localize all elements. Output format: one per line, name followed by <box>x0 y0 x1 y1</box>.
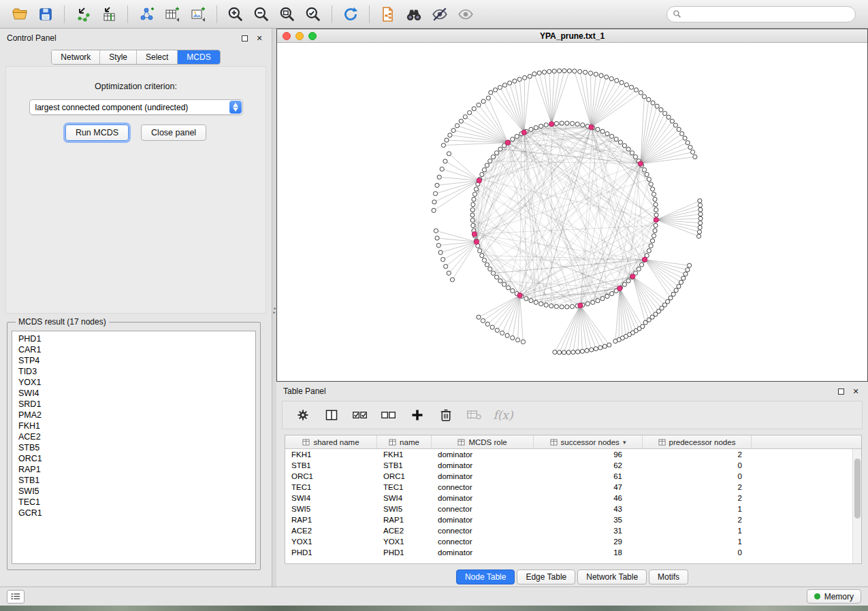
network-canvas[interactable] <box>277 43 867 381</box>
unchecked-boxes-icon <box>381 409 396 421</box>
mcds-result-item[interactable]: STB5 <box>18 442 255 453</box>
table-cell: 2 <box>643 483 752 491</box>
table-row[interactable]: YOX1YOX1connector291 <box>285 536 852 547</box>
window-minimize-icon[interactable] <box>295 32 304 40</box>
mcds-result-item[interactable]: TID3 <box>18 366 255 377</box>
window-close-icon[interactable] <box>283 32 291 40</box>
mcds-result-item[interactable]: FKH1 <box>18 420 255 431</box>
zoom-selected-button[interactable] <box>300 3 326 26</box>
table-cell: connector <box>432 527 534 535</box>
import-table-button[interactable] <box>96 3 122 26</box>
desktop-wallpaper-strip <box>0 606 868 611</box>
table-cell: 43 <box>534 505 643 513</box>
select-all-rows-button[interactable] <box>351 406 370 425</box>
tab-network[interactable]: Network <box>52 50 100 64</box>
cytoscape-window: Control Panel ✕ Network Style Select MCD… <box>0 0 868 611</box>
memory-button[interactable]: Memory <box>807 589 861 604</box>
column-type-icon <box>302 439 310 446</box>
tab-select[interactable]: Select <box>137 50 178 64</box>
table-row[interactable]: SWI5SWI5connector431 <box>285 503 852 514</box>
float-panel-icon[interactable] <box>239 33 250 44</box>
export-image-button[interactable] <box>185 3 211 26</box>
criterion-dropdown[interactable]: largest connected component (undirected) <box>29 99 243 115</box>
mcds-result-list[interactable]: PHD1CAR1STP4TID3YOX1SWI4SRD1PMA2FKH1ACE2… <box>12 331 256 564</box>
sort-caret-icon[interactable]: ▾ <box>623 439 626 446</box>
column-header-successor-nodes[interactable]: successor nodes ▾ <box>534 435 643 448</box>
table-cell: 61 <box>534 472 643 480</box>
table-row[interactable]: STB1STB1dominator620 <box>285 460 852 471</box>
column-label: name <box>400 438 419 446</box>
show-columns-button[interactable] <box>322 406 341 425</box>
mcds-result-item[interactable]: ACE2 <box>18 431 255 442</box>
mcds-result-title: MCDS result (17 nodes) <box>16 317 109 327</box>
task-history-button[interactable] <box>7 590 25 604</box>
table-row[interactable]: SWI4SWI4dominator462 <box>285 493 852 503</box>
tab-motifs[interactable]: Motifs <box>649 569 688 584</box>
tab-mcds[interactable]: MCDS <box>178 50 219 64</box>
memory-status-icon <box>814 593 820 599</box>
tab-edge-table[interactable]: Edge Table <box>517 569 575 584</box>
network-nodes-icon <box>138 6 155 22</box>
mcds-result-item[interactable]: GCR1 <box>18 508 255 518</box>
tab-style[interactable]: Style <box>100 50 137 64</box>
table-row[interactable]: FKH1FKH1dominator962 <box>285 449 852 460</box>
table-settings-button[interactable] <box>293 406 312 425</box>
tab-network-table[interactable]: Network Table <box>577 569 647 584</box>
open-session-button[interactable] <box>7 3 33 26</box>
table-row[interactable]: ACE2ACE2connector311 <box>285 525 852 536</box>
table-row[interactable]: ORC1ORC1dominator610 <box>285 471 852 482</box>
close-panel-icon[interactable]: ✕ <box>850 386 861 397</box>
show-all-button[interactable] <box>453 3 479 26</box>
column-header-shared-name[interactable]: shared name <box>285 435 377 448</box>
close-panel-button[interactable]: Close panel <box>141 125 206 141</box>
search-input[interactable] <box>681 10 850 19</box>
float-panel-icon[interactable] <box>835 386 846 397</box>
folder-open-icon <box>12 6 28 22</box>
mcds-result-item[interactable]: STB1 <box>18 475 255 486</box>
mcds-result-item[interactable]: CAR1 <box>18 344 255 355</box>
table-row[interactable]: RAP1RAP1dominator352 <box>285 514 852 525</box>
table-scrollbar[interactable] <box>852 449 861 563</box>
add-column-button[interactable] <box>408 406 427 425</box>
mcds-result-item[interactable]: TEC1 <box>18 497 255 508</box>
zoom-fit-button[interactable] <box>274 3 300 26</box>
mcds-result-item[interactable]: SWI4 <box>18 388 255 399</box>
dropdown-stepper-icon <box>229 101 242 114</box>
hide-selected-button[interactable] <box>427 3 453 26</box>
mcds-result-item[interactable]: RAP1 <box>18 464 255 475</box>
mcds-result-item[interactable]: ORC1 <box>18 453 255 464</box>
scrollbar-thumb[interactable] <box>854 459 861 518</box>
table-cell: connector <box>432 538 534 546</box>
save-session-button[interactable] <box>33 3 59 26</box>
mcds-result-item[interactable]: YOX1 <box>18 377 255 388</box>
mcds-result-item[interactable]: SWI5 <box>18 486 255 497</box>
zoom-out-button[interactable] <box>248 3 274 26</box>
new-table-button[interactable] <box>159 3 185 26</box>
delete-column-button[interactable] <box>436 406 455 425</box>
close-panel-icon[interactable]: ✕ <box>254 33 265 44</box>
window-maximize-icon[interactable] <box>308 32 317 40</box>
mcds-result-item[interactable]: PHD1 <box>18 333 255 344</box>
main-toolbar <box>0 0 868 29</box>
apply-layout-button[interactable] <box>338 3 364 26</box>
tab-node-table[interactable]: Node Table <box>456 569 515 584</box>
import-network-button[interactable] <box>70 3 96 26</box>
run-mcds-button[interactable]: Run MCDS <box>65 125 129 141</box>
table-row[interactable]: TEC1TEC1connector472 <box>285 482 852 493</box>
clear-table-button-disabled <box>465 406 484 425</box>
search-field[interactable] <box>666 6 856 22</box>
clone-network-button[interactable] <box>375 3 401 26</box>
mcds-result-item[interactable]: SRD1 <box>18 399 255 410</box>
zoom-in-button[interactable] <box>223 3 248 26</box>
column-header-name[interactable]: name <box>377 435 432 448</box>
mcds-result-item[interactable]: PMA2 <box>18 410 255 420</box>
column-header-predecessor-nodes[interactable]: predecessor nodes <box>643 435 752 448</box>
column-header-mcds-role[interactable]: MCDS role <box>432 435 534 448</box>
mcds-result-item[interactable]: STP4 <box>18 355 255 366</box>
find-button[interactable] <box>401 3 427 26</box>
new-network-button[interactable] <box>133 3 159 26</box>
deselect-all-rows-button[interactable] <box>379 406 398 425</box>
table-row[interactable]: PHD1PHD1dominator180 <box>285 547 852 558</box>
table-cell: 46 <box>534 494 643 502</box>
table-cell: SWI4 <box>285 494 377 502</box>
